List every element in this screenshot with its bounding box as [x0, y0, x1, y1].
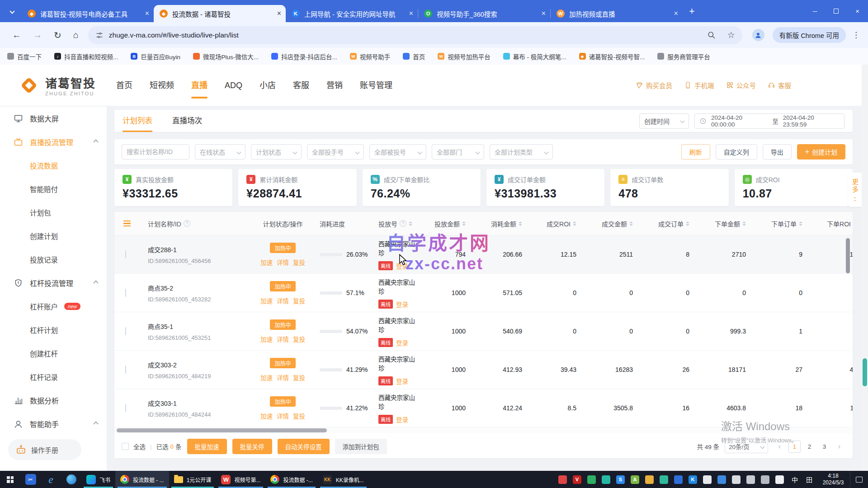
sidebar-item-杠杆投流管理[interactable]: 杠杆投流管理 [0, 271, 107, 295]
nav-item-首页[interactable]: 首页 [108, 65, 141, 106]
批量加速-button[interactable]: 批量加速 [187, 439, 227, 454]
sort-icon[interactable] [742, 221, 746, 226]
manual-button[interactable]: 操作手册 [8, 439, 81, 460]
start-button[interactable] [0, 471, 20, 488]
row-action-复投[interactable]: 复投 [293, 296, 305, 305]
window-maximize-button[interactable] [826, 0, 847, 22]
browser-tab[interactable]: K 上网导航 - 安全实用的网址导航 × [286, 5, 418, 22]
quick-link-购买会员[interactable]: 购买会员 [636, 80, 672, 90]
ime-indicator[interactable]: 中 [788, 471, 802, 488]
tray-icon[interactable]: A [631, 475, 639, 484]
row-action-复投[interactable]: 复投 [293, 373, 305, 382]
row-action-详情[interactable]: 详情 [277, 296, 289, 305]
tray-icon[interactable] [761, 475, 769, 484]
sort-icon[interactable] [799, 221, 802, 226]
sort-icon[interactable] [686, 221, 689, 226]
app-logo[interactable]: 诸葛智投 ZHUGE ZHITOU [19, 74, 96, 96]
browser-tab[interactable]: O 视频号助手_360搜索 × [418, 5, 550, 22]
home-icon[interactable]: ⌂ [73, 30, 79, 40]
select-all-checkbox[interactable] [122, 443, 129, 450]
row-action-加速[interactable]: 加速 [260, 258, 273, 267]
taskbar-app-飞书[interactable]: 飞书 [81, 471, 115, 488]
bookmark-item[interactable]: 幕布 - 极简大纲笔... [503, 52, 566, 61]
sidebar-item-智能助手[interactable]: 智能助手 [0, 412, 107, 436]
row-checkbox[interactable] [125, 289, 126, 297]
window-close-button[interactable]: × [847, 0, 868, 22]
quick-link-客服[interactable]: 客服 [768, 80, 791, 90]
批量关停-button[interactable]: 批量关停 [232, 439, 272, 454]
nav-item-直播[interactable]: 直播 [183, 65, 216, 106]
filter-select-全部被投号[interactable]: 全部被投号 [369, 144, 426, 160]
刷新-button[interactable]: 刷新 [681, 144, 710, 160]
sidebar-subitem-智能赔付[interactable]: 智能赔付 [0, 177, 107, 201]
notification-center-icon[interactable] [850, 471, 868, 488]
column-header-下单ROI[interactable]: 下单ROI [815, 219, 853, 228]
page-2-button[interactable]: 2 [803, 441, 816, 453]
more-stats-button[interactable]: 更多 ⌄⌄ [848, 173, 862, 207]
quick-link-公众号[interactable]: 公众号 [726, 80, 756, 90]
tray-icon[interactable]: S [616, 475, 625, 484]
导出-button[interactable]: 导出 [763, 144, 792, 160]
info-icon[interactable]: ? [184, 220, 190, 227]
tray-icon[interactable] [703, 475, 712, 484]
nav-item-账号管理[interactable]: 账号管理 [351, 65, 401, 106]
sidebar-subitem-计划包[interactable]: 计划包 [0, 201, 107, 224]
tab-search-chevron-icon[interactable] [5, 4, 20, 19]
window-minimize-button[interactable]: ─ [804, 0, 826, 22]
row-action-加速[interactable]: 加速 [260, 296, 273, 305]
column-header-成交金额[interactable]: 成交金额 [589, 219, 646, 228]
search-plan-input[interactable] [122, 144, 189, 160]
row-checkbox[interactable] [125, 327, 126, 335]
login-link[interactable]: 登录 [396, 415, 408, 424]
row-action-复投[interactable]: 复投 [293, 411, 305, 420]
ime-grid-key[interactable]: 田 [802, 471, 816, 488]
filter-select-全部投手号[interactable]: 全部投手号 [307, 144, 364, 160]
tab-close-icon[interactable]: × [277, 9, 281, 18]
tray-icon[interactable]: K [689, 475, 697, 484]
prev-page-button[interactable]: ‹ [774, 441, 786, 453]
row-action-复投[interactable]: 复投 [293, 334, 305, 343]
自定义列-button[interactable]: 自定义列 [716, 144, 757, 160]
taskbar-app-投流数据 -...[interactable]: 投流数据 -... [265, 471, 317, 488]
nav-item-客服[interactable]: 客服 [284, 65, 318, 106]
quick-link-手机端[interactable]: 手机端 [684, 80, 714, 90]
filter-select-计划状态[interactable]: 计划状态 [251, 144, 302, 160]
info-icon[interactable]: ? [400, 220, 406, 227]
nav-item-短视频[interactable]: 短视频 [141, 65, 183, 106]
sidebar-subitem-投流数据[interactable]: 投流数据 [0, 154, 107, 177]
sidebar-item-数据分析[interactable]: 数据分析 [0, 389, 107, 412]
column-header-投放金额[interactable]: 投放金额 [426, 219, 478, 228]
column-header-下单订单[interactable]: 下单订单 [759, 219, 815, 228]
bookmark-item[interactable]: ♪ 抖音直播和短视频... [54, 52, 118, 61]
tray-icon[interactable] [587, 475, 596, 484]
plan-name[interactable]: 成交303-1 [148, 399, 246, 408]
refresh-icon[interactable]: ↻ [54, 30, 61, 41]
address-bar[interactable]: zhuge.v-ma.com/#/live-studio/live-plan/l… [88, 26, 742, 44]
table-vertical-scrollbar[interactable] [846, 238, 850, 273]
row-action-加速[interactable]: 加速 [260, 334, 273, 343]
bookmark-item[interactable]: 百度一下 [7, 52, 42, 61]
tray-icon[interactable] [746, 475, 755, 484]
horizontal-scrollbar[interactable] [115, 427, 852, 433]
sidebar-item-数据大屏[interactable]: 数据大屏 [0, 107, 107, 130]
column-header-成交订单[interactable]: 成交订单 [646, 219, 702, 228]
bookmark-item[interactable]: 首页 [403, 52, 425, 61]
page-1-button[interactable]: 1 [788, 441, 801, 453]
sidebar-subitem-投放记录[interactable]: 投放记录 [0, 248, 107, 271]
page-scrollbar[interactable] [862, 65, 868, 471]
bookmark-item[interactable]: 服务商管理平台 [657, 52, 710, 61]
taskbar-clock[interactable]: 4:18 2024/5/3 [816, 471, 850, 488]
bookmark-item[interactable]: W 视频号助手 [350, 52, 391, 61]
tray-icon[interactable] [732, 475, 741, 484]
tab-close-icon[interactable]: × [542, 9, 546, 18]
tab-直播场次[interactable]: 直播场次 [172, 110, 202, 132]
page-3-button[interactable]: 3 [818, 441, 830, 453]
tab-close-icon[interactable]: × [674, 9, 678, 18]
ie-browser[interactable]: e [41, 471, 61, 488]
next-page-button[interactable]: › [833, 441, 845, 453]
nav-item-ADQ[interactable]: ADQ [216, 65, 251, 106]
edge-browser[interactable] [61, 471, 81, 488]
bookmark-item[interactable]: ◆ 诸葛智投-视频号智... [579, 52, 645, 61]
page-size-select[interactable]: 20条/页 [725, 440, 768, 453]
login-link[interactable]: 登录 [396, 376, 408, 385]
